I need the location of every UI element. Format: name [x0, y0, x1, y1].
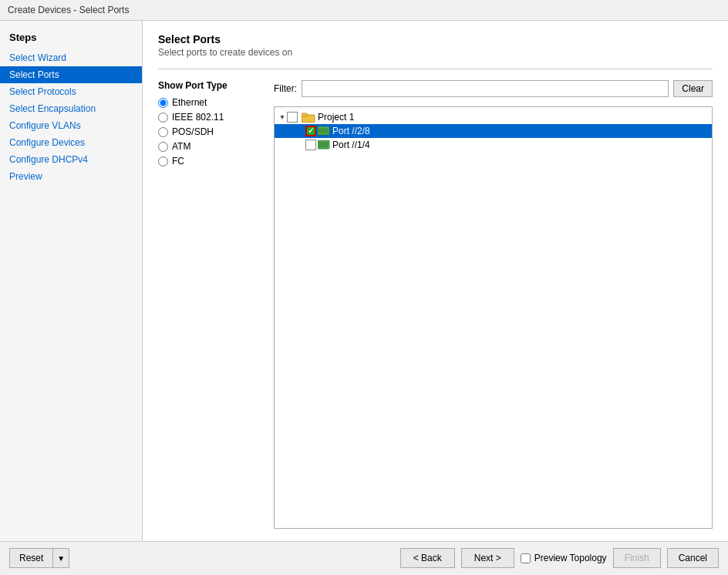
port-1-4-label: Port //1/4	[332, 140, 370, 150]
sidebar-item-select-ports[interactable]: Select Ports	[0, 66, 142, 83]
filter-label: Filter:	[274, 83, 297, 94]
reset-dropdown-button[interactable]: ▼	[52, 548, 69, 568]
radio-ethernet-label: Ethernet	[172, 97, 207, 108]
sidebar-item-select-wizard[interactable]: Select Wizard	[0, 49, 142, 66]
preview-topology-label: Preview Topology	[534, 553, 607, 563]
radio-atm-label: ATM	[172, 141, 190, 152]
tree-port-1-4[interactable]: Port //1/4	[275, 138, 712, 152]
sidebar-item-configure-vlans[interactable]: Configure VLANs	[0, 117, 142, 134]
tree-port-2-8[interactable]: ✓	[275, 124, 712, 138]
port-2-8-checkbox[interactable]: ✓	[305, 126, 316, 136]
reset-button[interactable]: Reset	[9, 548, 52, 568]
radio-ethernet-input[interactable]	[158, 98, 168, 108]
port-type-label: Show Port Type	[158, 80, 258, 91]
cancel-button[interactable]: Cancel	[667, 548, 719, 568]
port-2-8-icon	[318, 126, 330, 136]
radio-ieee80211-input[interactable]	[158, 113, 168, 123]
tree-project-node[interactable]: ▼ Pro	[275, 110, 712, 124]
bottom-bar: Reset ▼ < Back Next > Preview Topology F…	[0, 541, 728, 574]
title-bar: Create Devices - Select Ports	[0, 0, 728, 21]
radio-fc-input[interactable]	[158, 156, 168, 166]
folder-icon	[302, 113, 315, 123]
preview-topology-checkbox[interactable]	[521, 553, 531, 563]
radio-fc[interactable]: FC	[158, 156, 258, 166]
port-2-8-expand	[296, 126, 305, 136]
sidebar-item-select-encapsulation[interactable]: Select Encapsulation	[0, 100, 142, 117]
next-button[interactable]: Next >	[461, 548, 514, 568]
sidebar-item-select-protocols[interactable]: Select Protocols	[0, 83, 142, 100]
sidebar: Steps Select Wizard Select Ports Select …	[0, 21, 143, 541]
radio-ethernet[interactable]: Ethernet	[158, 97, 258, 108]
radio-pos-sdh[interactable]: POS/SDH	[158, 126, 258, 137]
window-title: Create Devices - Select Ports	[8, 5, 129, 15]
radio-atm-input[interactable]	[158, 142, 168, 152]
radio-group: Ethernet IEEE 802.11 POS/SDH ATM	[158, 97, 258, 166]
radio-fc-label: FC	[172, 156, 184, 166]
tree-container[interactable]: ▼ Pro	[274, 106, 713, 529]
port-2-8-label: Port //2/8	[332, 126, 370, 136]
expand-icon: ▼	[278, 113, 287, 122]
filter-row: Filter: Clear	[274, 80, 713, 97]
panel-title: Select Ports	[158, 33, 713, 45]
radio-atm[interactable]: ATM	[158, 141, 258, 152]
sidebar-item-configure-dhcpv4[interactable]: Configure DHCPv4	[0, 151, 142, 168]
clear-button[interactable]: Clear	[673, 80, 713, 97]
main-panel: Select Ports Select ports to create devi…	[143, 21, 728, 541]
finish-button[interactable]: Finish	[613, 548, 661, 568]
svg-rect-1	[302, 113, 307, 116]
bottom-left: Reset ▼	[9, 548, 69, 568]
sidebar-title: Steps	[0, 29, 142, 49]
radio-pos-sdh-input[interactable]	[158, 127, 168, 137]
radio-ieee80211-label: IEEE 802.11	[172, 112, 224, 123]
tree-section: Filter: Clear ▼	[274, 80, 713, 529]
port-1-4-expand	[296, 140, 305, 150]
main-container: Steps Select Wizard Select Ports Select …	[0, 21, 728, 574]
project-label: Project 1	[318, 112, 354, 123]
sidebar-item-preview[interactable]: Preview	[0, 168, 142, 185]
panel-body: Show Port Type Ethernet IEEE 802.11 P	[158, 80, 713, 529]
port-1-4-checkbox[interactable]	[305, 140, 316, 150]
preview-topology-container: Preview Topology	[521, 553, 607, 563]
filter-input[interactable]	[302, 80, 669, 97]
radio-pos-sdh-label: POS/SDH	[172, 126, 214, 137]
radio-ieee80211[interactable]: IEEE 802.11	[158, 112, 258, 123]
project-checkbox[interactable]	[287, 112, 298, 123]
content-area: Steps Select Wizard Select Ports Select …	[0, 21, 728, 541]
panel-divider	[158, 69, 713, 69]
port-type-section: Show Port Type Ethernet IEEE 802.11 P	[158, 80, 258, 529]
back-button[interactable]: < Back	[400, 548, 455, 568]
panel-subtitle: Select ports to create devices on	[158, 47, 713, 58]
sidebar-item-configure-devices[interactable]: Configure Devices	[0, 134, 142, 151]
port-1-4-icon	[318, 140, 330, 150]
